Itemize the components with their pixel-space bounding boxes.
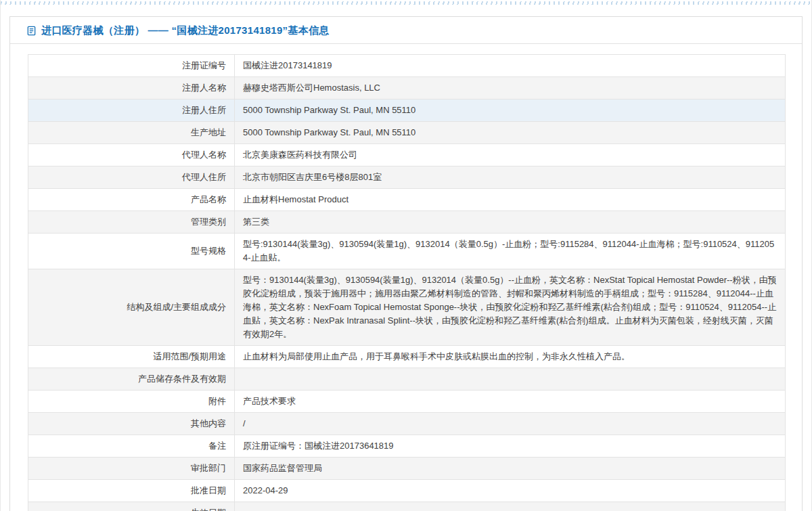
row-value: 型号:9130144(装量3g)、9130594(装量1g)、9132014（装… [235, 234, 786, 269]
row-label: 附件 [28, 391, 235, 413]
table-row: 适用范围/预期用途 止血材料为局部使用止血产品，用于耳鼻喉科手术中皮肤或粘膜出血… [28, 346, 786, 368]
row-label: 注册证编号 [28, 55, 235, 77]
row-value [235, 368, 786, 391]
info-table: 注册证编号 国械注进20173141819 注册人名称 赫穆史塔西斯公司Hemo… [28, 54, 786, 511]
table-row: 批准日期 2022-04-29 [28, 480, 786, 502]
row-label: 管理类别 [28, 211, 235, 234]
row-value: 第三类 [235, 211, 786, 234]
row-label: 批准日期 [28, 480, 235, 502]
row-value: 止血材料为局部使用止血产品，用于耳鼻喉科手术中皮肤或粘膜出血的控制，为非永久性植… [235, 346, 786, 368]
row-label: 备注 [28, 435, 235, 458]
table-row: 审批部门 国家药品监督管理局 [28, 458, 786, 480]
row-value: 型号：9130144(装量3g)、9130594(装量1g)、9132014（装… [235, 269, 786, 346]
row-label: 产品名称 [28, 189, 235, 211]
table-row: 型号规格 型号:9130144(装量3g)、9130594(装量1g)、9132… [28, 234, 786, 269]
row-value: 北京美康森医药科技有限公司 [235, 144, 786, 166]
row-value: 5000 Township Parkway St. Paul, MN 55110 [235, 122, 786, 144]
page-title: 进口医疗器械（注册） —— “国械注进20173141819”基本信息 [41, 24, 330, 37]
row-label: 结构及组成/主要组成成分 [28, 269, 235, 346]
info-table-body: 注册证编号 国械注进20173141819 注册人名称 赫穆史塔西斯公司Hemo… [28, 55, 786, 511]
row-value: 赫穆史塔西斯公司Hemostasis, LLC [235, 77, 786, 99]
document-icon [26, 26, 37, 36]
table-row: 备注 原注册证编号：国械注进20173641819 [28, 435, 786, 458]
row-value: 原注册证编号：国械注进20173641819 [235, 435, 786, 458]
row-value: 国家药品监督管理局 [235, 458, 786, 480]
table-row: 结构及组成/主要组成成分 型号：9130144(装量3g)、9130594(装量… [28, 269, 786, 346]
row-value: 国械注进20173141819 [235, 55, 786, 77]
row-label: 生产地址 [28, 122, 235, 144]
row-label: 型号规格 [28, 234, 235, 269]
row-value: 产品技术要求 [235, 391, 786, 413]
table-row: 注册证编号 国械注进20173141819 [28, 55, 786, 77]
row-value: 北京市朝阳区吉庆里6号楼8层801室 [235, 166, 786, 189]
row-value: 5000 Township Parkway St. Paul, MN 55110 [235, 99, 786, 122]
row-value: / [235, 413, 786, 435]
table-row: 注册人住所 5000 Township Parkway St. Paul, MN… [28, 99, 786, 122]
table-row: 产品储存条件及有效期 [28, 368, 786, 391]
table-row: 其他内容 / [28, 413, 786, 435]
row-label: 产品储存条件及有效期 [28, 368, 235, 391]
top-dashed-border [1, 1, 811, 5]
table-row: 注册人名称 赫穆史塔西斯公司Hemostasis, LLC [28, 77, 786, 99]
table-row: 代理人住所 北京市朝阳区吉庆里6号楼8层801室 [28, 166, 786, 189]
row-value [235, 502, 786, 511]
row-label: 注册人名称 [28, 77, 235, 99]
table-row: 生效日期 [28, 502, 786, 511]
table-row: 管理类别 第三类 [28, 211, 786, 234]
table-row: 生产地址 5000 Township Parkway St. Paul, MN … [28, 122, 786, 144]
row-label: 注册人住所 [28, 99, 235, 122]
row-value: 2022-04-29 [235, 480, 786, 502]
info-panel: 进口医疗器械（注册） —— “国械注进20173141819”基本信息 注册证编… [9, 16, 803, 511]
row-label: 适用范围/预期用途 [28, 346, 235, 368]
table-row: 代理人名称 北京美康森医药科技有限公司 [28, 144, 786, 166]
table-row: 产品名称 止血材料Hemostat Product [28, 189, 786, 211]
panel-header: 进口医疗器械（注册） —— “国械注进20173141819”基本信息 [10, 17, 802, 44]
row-label: 审批部门 [28, 458, 235, 480]
row-value: 止血材料Hemostat Product [235, 189, 786, 211]
page: 进口医疗器械（注册） —— “国械注进20173141819”基本信息 注册证编… [0, 0, 812, 511]
row-label: 代理人名称 [28, 144, 235, 166]
row-label: 生效日期 [28, 502, 235, 511]
table-row: 附件 产品技术要求 [28, 391, 786, 413]
row-label: 其他内容 [28, 413, 235, 435]
row-label: 代理人住所 [28, 166, 235, 189]
